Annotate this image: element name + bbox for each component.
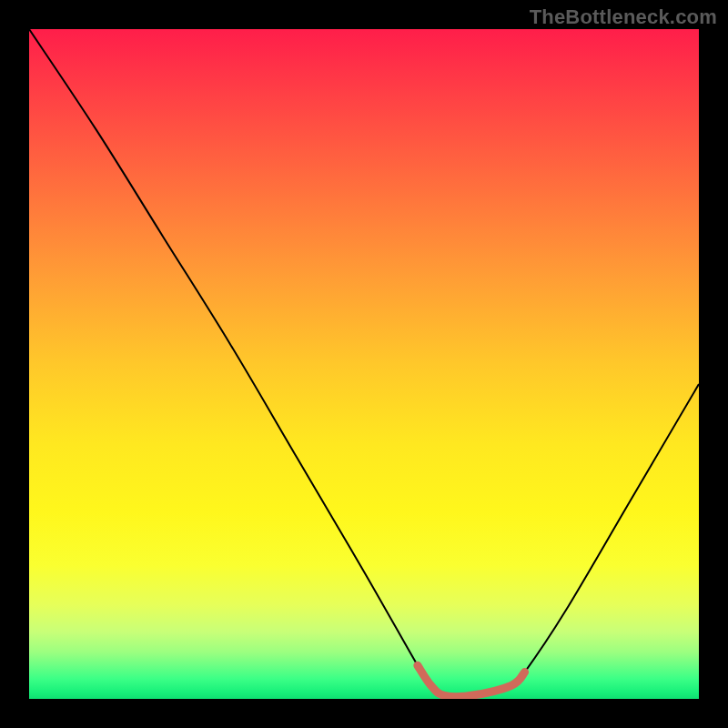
main-curve-path <box>29 29 699 697</box>
trough-marker-path <box>418 665 525 697</box>
watermark-label: TheBottleneck.com <box>530 5 717 29</box>
chart-svg <box>29 29 699 699</box>
plot-area <box>29 29 699 699</box>
chart-frame: TheBottleneck.com <box>0 0 728 728</box>
